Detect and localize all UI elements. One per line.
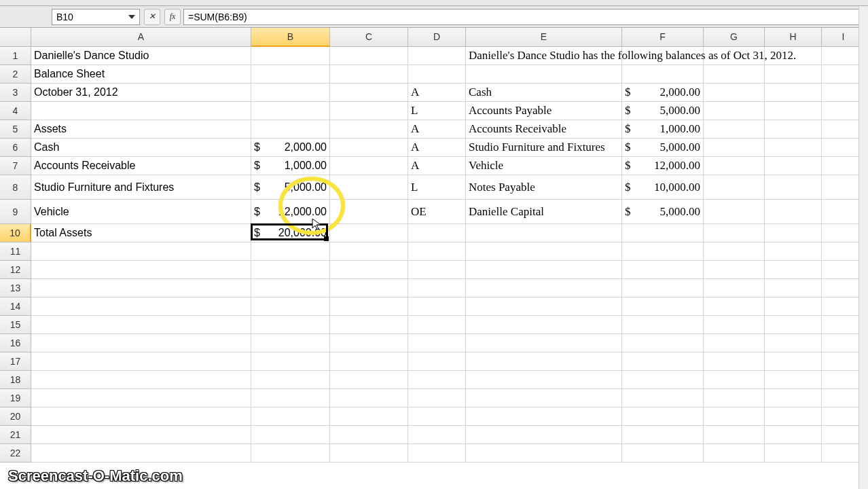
cell-A17[interactable] bbox=[31, 352, 251, 371]
cell-D17[interactable] bbox=[408, 352, 466, 371]
cell-A14[interactable] bbox=[31, 297, 251, 316]
cell-A7[interactable]: Accounts Receivable bbox=[31, 157, 251, 175]
cell-H11[interactable] bbox=[765, 242, 822, 261]
cell-C19[interactable] bbox=[330, 389, 408, 408]
cell-E9[interactable]: Danielle Capital bbox=[466, 200, 622, 224]
cell-B18[interactable] bbox=[251, 371, 330, 389]
row-header-20[interactable]: 20 bbox=[0, 408, 31, 426]
cell-G11[interactable] bbox=[704, 242, 765, 261]
cell-E21[interactable] bbox=[466, 426, 622, 444]
cell-A11[interactable] bbox=[31, 242, 251, 261]
cell-B17[interactable] bbox=[251, 352, 330, 371]
cell-C3[interactable] bbox=[330, 84, 408, 102]
cell-H17[interactable] bbox=[765, 352, 822, 371]
cell-A20[interactable] bbox=[31, 408, 251, 426]
cell-E7[interactable]: Vehicle bbox=[466, 157, 622, 175]
cell-H3[interactable] bbox=[765, 84, 822, 102]
row-header-18[interactable]: 18 bbox=[0, 371, 31, 389]
cell-E16[interactable] bbox=[466, 334, 622, 352]
cell-F12[interactable] bbox=[622, 261, 704, 279]
cell-C12[interactable] bbox=[330, 261, 408, 279]
col-header-E[interactable]: E bbox=[466, 28, 622, 47]
cell-H13[interactable] bbox=[765, 279, 822, 297]
cell-C1[interactable] bbox=[330, 47, 408, 65]
cell-A8[interactable]: Studio Furniture and Fixtures bbox=[31, 175, 251, 200]
cell-D21[interactable] bbox=[408, 426, 466, 444]
formula-bar[interactable]: =SUM(B6:B9) bbox=[183, 9, 865, 25]
row-header-14[interactable]: 14 bbox=[0, 297, 31, 316]
cell-F15[interactable] bbox=[622, 316, 704, 334]
cell-H19[interactable] bbox=[765, 389, 822, 408]
cell-C4[interactable] bbox=[330, 102, 408, 120]
cell-F9[interactable]: $5,000.00 bbox=[622, 200, 704, 224]
cell-B3[interactable] bbox=[251, 84, 330, 102]
cell-D13[interactable] bbox=[408, 279, 466, 297]
cell-F10[interactable] bbox=[622, 224, 704, 242]
cell-B14[interactable] bbox=[251, 297, 330, 316]
col-header-D[interactable]: D bbox=[408, 28, 466, 47]
cell-F8[interactable]: $10,000.00 bbox=[622, 175, 704, 200]
cell-H10[interactable] bbox=[765, 224, 822, 242]
fx-icon[interactable]: fx bbox=[164, 9, 181, 25]
row-header-12[interactable]: 12 bbox=[0, 261, 31, 279]
chevron-down-icon[interactable] bbox=[128, 15, 135, 19]
cell-B20[interactable] bbox=[251, 408, 330, 426]
cell-G10[interactable] bbox=[704, 224, 765, 242]
cell-H18[interactable] bbox=[765, 371, 822, 389]
cell-E20[interactable] bbox=[466, 408, 622, 426]
cell-D15[interactable] bbox=[408, 316, 466, 334]
cell-F18[interactable] bbox=[622, 371, 704, 389]
cell-G22[interactable] bbox=[704, 444, 765, 463]
cell-D18[interactable] bbox=[408, 371, 466, 389]
cell-F3[interactable]: $2,000.00 bbox=[622, 84, 704, 102]
cell-B5[interactable] bbox=[251, 120, 330, 139]
cell-G21[interactable] bbox=[704, 426, 765, 444]
cell-G13[interactable] bbox=[704, 279, 765, 297]
cell-H12[interactable] bbox=[765, 261, 822, 279]
cell-A10[interactable]: Total Assets bbox=[31, 224, 251, 242]
cell-C7[interactable] bbox=[330, 157, 408, 175]
cell-C21[interactable] bbox=[330, 426, 408, 444]
cell-C22[interactable] bbox=[330, 444, 408, 463]
cell-A16[interactable] bbox=[31, 334, 251, 352]
row-header-15[interactable]: 15 bbox=[0, 316, 31, 334]
cell-B10[interactable]: $20,000.00 bbox=[251, 224, 330, 242]
col-header-B[interactable]: B bbox=[251, 28, 330, 47]
cell-D8[interactable]: L bbox=[408, 175, 466, 200]
cell-D7[interactable]: A bbox=[408, 157, 466, 175]
cell-C6[interactable] bbox=[330, 139, 408, 157]
cell-E19[interactable] bbox=[466, 389, 622, 408]
cell-E22[interactable] bbox=[466, 444, 622, 463]
cell-A13[interactable] bbox=[31, 279, 251, 297]
cell-C17[interactable] bbox=[330, 352, 408, 371]
cell-H15[interactable] bbox=[765, 316, 822, 334]
cell-G2[interactable] bbox=[704, 65, 765, 84]
cell-B12[interactable] bbox=[251, 261, 330, 279]
cell-B2[interactable] bbox=[251, 65, 330, 84]
cell-A18[interactable] bbox=[31, 371, 251, 389]
row-header-17[interactable]: 17 bbox=[0, 352, 31, 371]
cell-C13[interactable] bbox=[330, 279, 408, 297]
cell-E18[interactable] bbox=[466, 371, 622, 389]
cell-A5[interactable]: Assets bbox=[31, 120, 251, 139]
cell-D10[interactable] bbox=[408, 224, 466, 242]
cell-B21[interactable] bbox=[251, 426, 330, 444]
col-header-A[interactable]: A bbox=[31, 28, 251, 47]
cell-C16[interactable] bbox=[330, 334, 408, 352]
cell-E12[interactable] bbox=[466, 261, 622, 279]
row-header-22[interactable]: 22 bbox=[0, 444, 31, 463]
cell-H7[interactable] bbox=[765, 157, 822, 175]
cell-B22[interactable] bbox=[251, 444, 330, 463]
cell-F4[interactable]: $5,000.00 bbox=[622, 102, 704, 120]
cell-G6[interactable] bbox=[704, 139, 765, 157]
cell-E4[interactable]: Accounts Payable bbox=[466, 102, 622, 120]
cell-E8[interactable]: Notes Payable bbox=[466, 175, 622, 200]
row-header-21[interactable]: 21 bbox=[0, 426, 31, 444]
cell-D4[interactable]: L bbox=[408, 102, 466, 120]
row-header-16[interactable]: 16 bbox=[0, 334, 31, 352]
cell-C14[interactable] bbox=[330, 297, 408, 316]
cell-E15[interactable] bbox=[466, 316, 622, 334]
cell-E11[interactable] bbox=[466, 242, 622, 261]
cell-E6[interactable]: Studio Furniture and Fixtures bbox=[466, 139, 622, 157]
row-header-4[interactable]: 4 bbox=[0, 102, 31, 120]
